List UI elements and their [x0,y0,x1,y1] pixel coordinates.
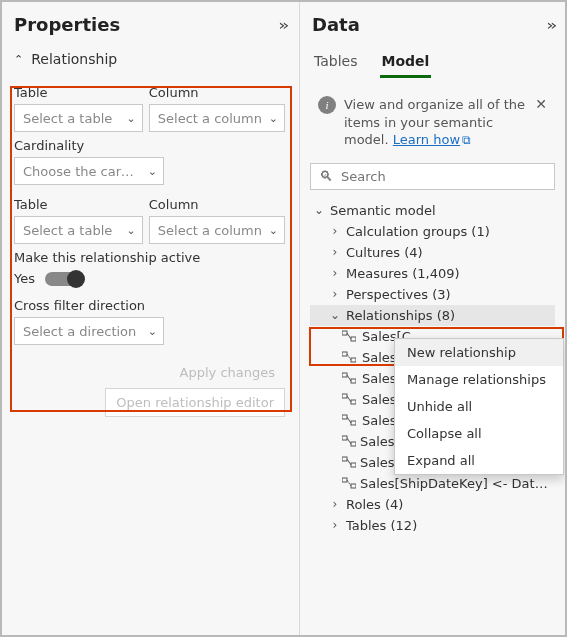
learn-how-link[interactable]: Learn how [393,132,460,147]
data-title: Data [312,14,360,35]
chevron-right-icon: › [328,224,342,238]
menu-item-unhide-all[interactable]: Unhide all [395,393,563,420]
tree-item-calculation-groups[interactable]: › Calculation groups (1) [310,221,555,242]
relationship-section-header[interactable]: ⌃ Relationship [12,45,287,77]
column-label-1: Column [149,85,285,100]
search-input-wrapper[interactable]: 🔍︎ [310,163,555,190]
tree-label: Calculation groups (1) [346,224,490,239]
svg-rect-12 [342,457,347,461]
properties-title: Properties [14,14,120,35]
relationship-icon [342,350,358,364]
search-icon: 🔍︎ [319,168,333,184]
svg-rect-10 [342,436,347,440]
caret-up-icon: ⌃ [14,53,23,66]
search-input[interactable] [339,168,546,185]
chevron-down-icon: ⌄ [312,203,326,217]
make-active-label: Make this relationship active [14,250,285,265]
tree-label: Relationships (8) [346,308,455,323]
relationship-icon [342,455,356,469]
tab-tables[interactable]: Tables [312,47,360,78]
menu-item-manage-relationships[interactable]: Manage relationships [395,366,563,393]
cardinality-placeholder: Choose the cardin… [23,164,141,179]
svg-rect-2 [342,352,347,356]
external-link-icon: ⧉ [462,132,471,148]
tree-label: Tables (12) [346,518,417,533]
tab-model[interactable]: Model [380,47,432,78]
cardinality-label: Cardinality [14,138,285,153]
tree-root-semantic-model[interactable]: ⌄ Semantic model [310,200,555,221]
menu-item-expand-all[interactable]: Expand all [395,447,563,474]
close-icon[interactable]: ✕ [535,96,547,112]
relationship-icon [342,434,356,448]
svg-rect-5 [351,379,356,383]
relationship-icon [342,392,358,406]
make-active-toggle[interactable] [45,272,83,286]
chevron-down-icon: ⌄ [269,224,278,237]
cross-filter-label: Cross filter direction [14,298,285,313]
table-select-1[interactable]: Select a table ⌄ [14,104,143,132]
chevron-down-icon: ⌄ [148,325,157,338]
table-select-2[interactable]: Select a table ⌄ [14,216,143,244]
tree-item-perspectives[interactable]: › Perspectives (3) [310,284,555,305]
tree-item-relationship[interactable]: Sales[ShipDateKey] <- Date[DateKey] [310,473,555,494]
column-select-1[interactable]: Select a column ⌄ [149,104,285,132]
tree-label: Perspectives (3) [346,287,451,302]
relationship-icon [342,371,358,385]
svg-rect-9 [351,421,356,425]
open-relationship-editor-button[interactable]: Open relationship editor [105,388,285,417]
chevron-right-icon: › [328,518,342,532]
chevron-down-icon: ⌄ [127,224,136,237]
relationship-icon [342,476,356,490]
svg-rect-3 [351,358,356,362]
svg-rect-11 [351,442,356,446]
tree-label: Semantic model [330,203,436,218]
make-active-value: Yes [14,271,35,286]
relationship-icon [342,329,358,343]
collapse-data-icon[interactable]: » [547,17,554,33]
tree-label: Roles (4) [346,497,403,512]
svg-rect-1 [351,337,356,341]
chevron-down-icon: ⌄ [127,112,136,125]
svg-rect-6 [342,394,347,398]
table-label-1: Table [14,85,143,100]
info-banner: i View and organize all of the items in … [310,88,555,157]
tree-item-measures[interactable]: › Measures (1,409) [310,263,555,284]
cross-filter-select[interactable]: Select a direction ⌄ [14,317,164,345]
relationship-icon [342,413,358,427]
chevron-right-icon: › [328,266,342,280]
chevron-down-icon: ⌄ [269,112,278,125]
menu-item-collapse-all[interactable]: Collapse all [395,420,563,447]
table-label-2: Table [14,197,143,212]
relationship-section-label: Relationship [31,51,117,67]
tree-item-relationships[interactable]: ⌄ Relationships (8) [310,305,555,326]
svg-rect-8 [342,415,347,419]
svg-rect-13 [351,463,356,467]
svg-rect-0 [342,331,347,335]
column-label-2: Column [149,197,285,212]
relationships-context-menu: New relationship Manage relationships Un… [394,338,564,475]
menu-item-new-relationship[interactable]: New relationship [395,339,563,366]
svg-rect-7 [351,400,356,404]
svg-rect-14 [342,478,347,482]
column-select-2[interactable]: Select a column ⌄ [149,216,285,244]
svg-rect-15 [351,484,356,488]
tree-label: Cultures (4) [346,245,423,260]
chevron-down-icon: ⌄ [148,165,157,178]
tree-label: Sales[ShipDateKey] <- Date[DateKey] [360,476,553,491]
column-select-2-placeholder: Select a column [158,223,262,238]
chevron-right-icon: › [328,497,342,511]
tree-item-roles[interactable]: › Roles (4) [310,494,555,515]
column-select-1-placeholder: Select a column [158,111,262,126]
info-icon: i [318,96,336,114]
apply-changes-button[interactable]: Apply changes [170,359,285,386]
tree-label: Measures (1,409) [346,266,460,281]
table-select-2-placeholder: Select a table [23,223,112,238]
chevron-right-icon: › [328,287,342,301]
tree-item-tables[interactable]: › Tables (12) [310,515,555,536]
collapse-properties-icon[interactable]: » [279,17,286,33]
chevron-right-icon: › [328,245,342,259]
cardinality-select[interactable]: Choose the cardin… ⌄ [14,157,164,185]
cross-filter-placeholder: Select a direction [23,324,136,339]
tree-item-cultures[interactable]: › Cultures (4) [310,242,555,263]
svg-rect-4 [342,373,347,377]
